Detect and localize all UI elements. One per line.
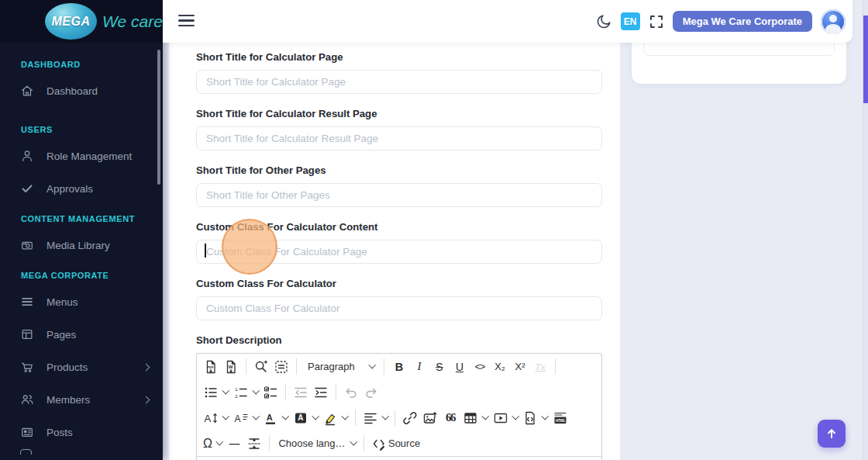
sidebar-item-approvals[interactable]: Approvals [0, 172, 163, 205]
toolbar-separator [285, 384, 286, 400]
sidebar-item-pages[interactable]: Pages [0, 318, 163, 351]
workspace-button[interactable]: Mega We Care Corporate [673, 11, 812, 32]
source-editing-button[interactable]: Source [369, 433, 424, 454]
short-title-other-pages-input[interactable] [196, 183, 602, 207]
horizontal-line-button[interactable]: — [224, 433, 244, 454]
sidebar-item-label: Pages [46, 329, 76, 341]
sidebar-toggle-button[interactable] [178, 15, 195, 29]
header-actions: EN Mega We Care Corporate [595, 0, 846, 43]
custom-class-calculator-content-input[interactable] [196, 240, 602, 264]
font-background-color-icon: A [293, 410, 308, 426]
editor-toolbar-row: PDF W Paragraph B I [197, 354, 601, 379]
font-background-color-dropdown[interactable]: A [291, 407, 321, 428]
sidebar-scrollbar-thumb[interactable] [157, 50, 160, 185]
select-all-button[interactable] [271, 356, 291, 377]
brand-logo[interactable]: MEGA We care [0, 0, 163, 43]
superscript-button[interactable]: X² [510, 356, 530, 377]
indent-icon [313, 385, 329, 400]
rich-text-editor: PDF W Paragraph B I [196, 353, 602, 460]
font-color-dropdown[interactable]: A [260, 407, 291, 428]
chevron-down-icon [482, 413, 489, 420]
html-embed-button[interactable]: HTML [550, 407, 570, 428]
underline-button[interactable]: U [450, 356, 470, 377]
short-title-calculator-result-page-input[interactable] [196, 126, 602, 150]
sidebar-item-label: Members [46, 394, 90, 406]
export-pdf-button[interactable]: PDF [201, 356, 221, 377]
fullscreen-button[interactable] [649, 14, 664, 29]
insert-table-dropdown[interactable] [460, 407, 491, 428]
svg-text:W: W [229, 364, 233, 368]
code-block-dropdown[interactable] [520, 407, 550, 428]
short-title-calculator-page-input[interactable] [196, 70, 602, 94]
paragraph-style-value: Paragraph [306, 361, 356, 372]
sidebar-item-members[interactable]: Members [0, 383, 163, 416]
language-badge[interactable]: EN [621, 12, 640, 30]
sidebar-item-posts[interactable]: Posts [0, 416, 163, 448]
scroll-to-top-button[interactable] [818, 420, 846, 448]
font-size-dropdown[interactable]: A [201, 407, 231, 428]
toolbar-separator [269, 435, 270, 451]
bold-button[interactable]: B [389, 356, 409, 377]
page-break-button[interactable] [244, 433, 264, 454]
align-left-icon [363, 410, 378, 426]
sidebar-item-menus[interactable]: Menus [0, 285, 163, 318]
font-family-dropdown[interactable]: A [231, 407, 261, 428]
code-language-dropdown[interactable]: Choose lang… [274, 433, 359, 454]
todo-list-button[interactable] [260, 382, 281, 403]
inline-code-button[interactable]: <> [470, 356, 490, 377]
export-word-button[interactable]: W [221, 356, 241, 377]
sidebar-item-label: Media Library [46, 240, 110, 251]
field-label: Short Title for Calculator Page [196, 51, 602, 64]
text-alignment-dropdown[interactable] [360, 407, 391, 428]
export-word-icon: W [223, 359, 239, 375]
sidebar-item-products[interactable]: Products [0, 351, 163, 383]
editor-toolbar-row: Ω — Choose lang… Source [197, 431, 601, 456]
sidebar: MEGA We care DASHBOARD Dashboard USERS R… [0, 0, 163, 460]
editor-content-area[interactable] [197, 456, 601, 460]
media-embed-dropdown[interactable] [491, 407, 521, 428]
mega-logo-icon: MEGA [45, 3, 97, 40]
link-button[interactable] [400, 407, 420, 428]
italic-button[interactable]: I [409, 356, 429, 377]
strikethrough-button[interactable]: S [429, 356, 450, 377]
remove-format-button[interactable]: Tx [530, 356, 550, 377]
image-upload-button[interactable] [420, 407, 440, 428]
media-embed-icon [493, 410, 508, 426]
svg-text:A: A [298, 413, 303, 422]
highlight-marker-icon [322, 410, 338, 426]
outdent-button[interactable] [291, 382, 311, 403]
page-scrollbar-thumb[interactable] [863, 16, 868, 103]
sidebar-item-media-library[interactable]: Media Library [0, 229, 163, 261]
highlight-dropdown[interactable] [320, 407, 350, 428]
toolbar-separator [384, 358, 384, 375]
user-avatar[interactable] [821, 9, 846, 34]
field-label: Custom Class For Calculator [196, 278, 602, 290]
sidebar-item-label: Posts [46, 427, 73, 438]
chevron-down-icon [312, 413, 319, 420]
find-replace-icon [253, 359, 269, 375]
chevron-down-icon [252, 387, 259, 394]
sidebar-item-label: Dashboard [46, 85, 98, 97]
redo-button[interactable] [361, 382, 381, 403]
select-all-icon [274, 359, 289, 375]
sidebar-item-label: Role Management [46, 150, 132, 162]
undo-button[interactable] [341, 382, 361, 403]
dark-mode-toggle[interactable] [595, 13, 612, 30]
toolbar-separator [336, 384, 336, 400]
code-block-icon [522, 410, 538, 426]
logo-text: MEGA [52, 15, 91, 29]
sidebar-item-dashboard[interactable]: Dashboard [0, 74, 163, 107]
custom-class-calculator-input[interactable] [196, 296, 602, 320]
subscript-button[interactable]: X₂ [490, 356, 510, 377]
svg-text:PDF: PDF [207, 365, 214, 368]
paragraph-style-dropdown[interactable]: Paragraph [301, 356, 379, 377]
chevron-down-icon [512, 413, 518, 420]
block-quote-button[interactable]: 66 [440, 407, 460, 428]
numbered-list-dropdown[interactable]: 1.2. [231, 382, 261, 403]
special-characters-dropdown[interactable]: Ω [201, 433, 224, 454]
find-replace-button[interactable] [251, 356, 271, 377]
page-scrollbar[interactable] [863, 0, 868, 460]
indent-button[interactable] [311, 382, 331, 403]
bulleted-list-dropdown[interactable] [201, 382, 231, 403]
sidebar-item-role-management[interactable]: Role Management [0, 140, 163, 172]
